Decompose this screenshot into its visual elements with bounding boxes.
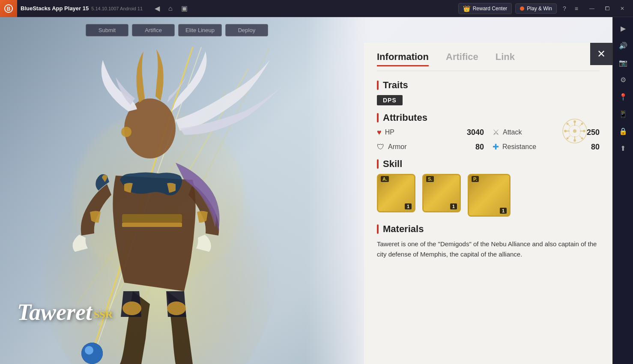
nav-elite-lineup[interactable]: Elite Lineup xyxy=(178,24,222,36)
tab-artifice[interactable]: Artifice xyxy=(446,51,478,66)
skill-level-s: 1 xyxy=(450,203,457,209)
play-win-label: Play & Win xyxy=(527,6,552,12)
window-controls: — ⧠ ✕ xyxy=(584,0,630,17)
game-close-button[interactable]: ✕ xyxy=(590,43,612,65)
back-button[interactable]: ◀ xyxy=(151,3,163,14)
app-logo: B xyxy=(0,0,17,17)
svg-point-35 xyxy=(581,137,583,140)
svg-point-14 xyxy=(167,301,186,315)
faction-icon xyxy=(562,118,588,144)
skill-level-a: 1 xyxy=(405,203,412,209)
dps-badge: DPS xyxy=(377,95,403,105)
svg-point-34 xyxy=(567,137,569,140)
armor-icon: 🛡 xyxy=(377,143,385,152)
svg-point-29 xyxy=(573,139,576,142)
help-button[interactable]: ? xyxy=(560,3,569,14)
nav-controls: ◀ ⌂ ▣ xyxy=(151,3,191,14)
svg-point-19 xyxy=(573,129,576,133)
app-version: 5.14.10.1007 Android 11 xyxy=(91,6,143,11)
nav-artifice[interactable]: Artifice xyxy=(132,24,175,36)
panel-tabs: Information Artifice Link xyxy=(377,51,600,71)
skill-section: Skill A. 1 xyxy=(377,158,600,217)
sidebar-upload-icon[interactable]: ⬆ xyxy=(615,140,631,156)
materials-text: Taweret is one of the "Demigods" of the … xyxy=(377,239,600,260)
tabs-button[interactable]: ▣ xyxy=(178,3,191,14)
materials-section: Materials Taweret is one of the "Demigod… xyxy=(377,224,600,260)
sidebar-volume-icon[interactable]: 🔊 xyxy=(615,38,631,53)
maximize-button[interactable]: ⧠ xyxy=(600,0,615,17)
skill-title: Skill xyxy=(377,158,600,170)
traits-section: Traits DPS xyxy=(377,80,600,105)
skill-badge-s: S. xyxy=(426,176,434,182)
char-name-text: Taweret xyxy=(17,299,92,325)
orange-dot-icon xyxy=(520,6,524,11)
svg-point-33 xyxy=(581,123,583,125)
svg-point-17 xyxy=(85,346,93,355)
svg-rect-10 xyxy=(122,223,182,227)
sidebar-phone-icon[interactable]: 📱 xyxy=(615,106,631,122)
right-sidebar: ▶ 🔊 📷 ⚙ 📍 📱 🔒 ⬆ xyxy=(612,17,633,364)
svg-rect-9 xyxy=(122,214,182,223)
info-panel: Information Artifice Link xyxy=(364,43,612,364)
home-button[interactable]: ⌂ xyxy=(165,3,176,14)
sidebar-location-icon[interactable]: 📍 xyxy=(615,89,631,104)
main-content: Submit Artifice Elite Lineup Deploy Tawe… xyxy=(0,17,612,364)
reward-center-label: Reward Center xyxy=(473,6,508,12)
menu-button[interactable]: ≡ xyxy=(572,3,581,14)
svg-point-31 xyxy=(583,130,585,132)
hp-value: 3040 xyxy=(463,128,484,137)
sidebar-camera-icon[interactable]: 📷 xyxy=(615,55,631,70)
nav-submit[interactable]: Submit xyxy=(86,24,128,36)
tab-information[interactable]: Information xyxy=(377,51,429,66)
skill-card-s[interactable]: S. 1 xyxy=(422,174,461,212)
app-name: BlueStacks App Player 15 xyxy=(21,5,89,12)
skill-card-p[interactable]: P. 1 xyxy=(468,174,511,217)
crown-icon: 👑 xyxy=(463,5,470,12)
resistance-icon: ✚ xyxy=(493,142,499,152)
skill-badge-p: P. xyxy=(472,176,479,182)
attack-icon: ⚔ xyxy=(493,128,499,137)
skill-badge-a: A. xyxy=(381,176,389,182)
hp-icon: ♥ xyxy=(377,128,382,137)
armor-value: 80 xyxy=(463,143,484,152)
svg-point-13 xyxy=(122,301,141,315)
tab-link[interactable]: Link xyxy=(496,51,515,66)
attr-armor: 🛡 Armor 80 xyxy=(377,142,484,152)
nav-deploy[interactable]: Deploy xyxy=(225,24,268,36)
traits-title: Traits xyxy=(377,80,600,91)
minimize-button[interactable]: — xyxy=(584,0,600,17)
play-win-button[interactable]: Play & Win xyxy=(515,3,557,14)
sidebar-play-icon[interactable]: ▶ xyxy=(615,21,631,36)
reward-center-button[interactable]: 👑 Reward Center xyxy=(458,3,512,14)
sidebar-settings-icon[interactable]: ⚙ xyxy=(615,72,631,87)
resistance-label: Resistance xyxy=(502,143,575,151)
svg-point-32 xyxy=(567,123,569,125)
close-window-button[interactable]: ✕ xyxy=(615,0,630,17)
skill-card-a[interactable]: A. 1 xyxy=(377,174,415,212)
svg-point-12 xyxy=(121,127,131,137)
svg-text:B: B xyxy=(7,6,11,12)
svg-point-30 xyxy=(564,130,567,132)
title-bar: B BlueStacks App Player 15 5.14.10.1007 … xyxy=(0,0,633,17)
attr-hp: ♥ HP 3040 xyxy=(377,128,484,137)
game-top-nav: Submit Artifice Elite Lineup Deploy xyxy=(0,17,612,43)
sidebar-lock-icon[interactable]: 🔒 xyxy=(615,123,631,139)
skills-row: A. 1 S. 1 xyxy=(377,174,600,217)
armor-label: Armor xyxy=(388,143,459,151)
svg-point-28 xyxy=(573,120,576,123)
hp-label: HP xyxy=(385,128,459,136)
char-rarity-badge: SSR xyxy=(94,309,113,320)
materials-title: Materials xyxy=(377,224,600,235)
skill-level-p: 1 xyxy=(500,208,507,214)
title-bar-right: 👑 Reward Center Play & Win ? ≡ — ⧠ ✕ xyxy=(458,0,633,17)
character-name-display: TaweretSSR xyxy=(17,299,113,325)
